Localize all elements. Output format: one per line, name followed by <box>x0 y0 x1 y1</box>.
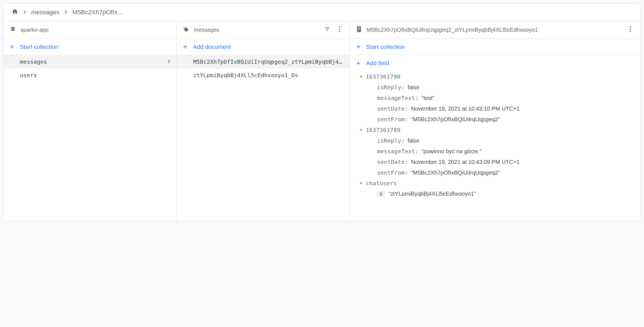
add-field-button[interactable]: + Add field <box>350 55 640 71</box>
chevron-right-icon <box>64 9 67 16</box>
array-index-badge: 0 <box>377 191 385 197</box>
field-array[interactable]: ▼ chatUsers <box>350 178 640 189</box>
field-key: isReply: <box>377 84 405 91</box>
add-document-label: Add document <box>193 44 231 50</box>
plus-icon: + <box>10 42 14 51</box>
svg-rect-5 <box>358 30 359 30</box>
chevron-right-icon <box>23 9 26 16</box>
field-value: "ztYLpmiByqbBj4XLl5cEdhxooyo1" <box>388 191 476 197</box>
field-value: "test" <box>421 95 434 101</box>
field-row[interactable]: messageText: "powinno być na górze " <box>350 146 640 157</box>
field-array-item[interactable]: 0 "ztYLpmiByqbBj4XLl5cEdhxooyo1" <box>350 189 640 199</box>
field-row[interactable]: messageText: "test" <box>350 93 640 103</box>
breadcrumb: messages M5Bc2Xh7pOfIx… <box>4 4 640 21</box>
document-icon <box>356 26 362 34</box>
add-document-button[interactable]: + Add document <box>177 39 350 55</box>
field-row[interactable]: sentDate: November 19, 2021 at 10:43:10 … <box>350 103 640 114</box>
field-value: false <box>408 84 419 91</box>
plus-icon: + <box>356 59 360 68</box>
doc-start-collection-button[interactable]: + Start collection <box>350 39 640 55</box>
svg-rect-4 <box>358 29 360 29</box>
collection-icon <box>183 26 189 34</box>
field-value: "M5Bc2Xh7pOfIxBQiUiIrqUqpgeq2" <box>411 170 500 176</box>
field-key: sentFrom: <box>377 116 408 123</box>
field-map[interactable]: ▼ 1637361790 <box>350 71 640 82</box>
collection-row-label: messages <box>20 58 168 65</box>
field-map-key: 1637361790 <box>366 73 400 80</box>
collection-row-messages[interactable]: messages <box>4 55 177 68</box>
svg-rect-3 <box>358 28 360 28</box>
field-key: messageText: <box>377 95 419 101</box>
field-value: "powinno być na górze " <box>421 148 482 155</box>
field-value: "M5Bc2Xh7pOfIxBQiUiIrqUqpgeq2" <box>411 116 500 123</box>
root-header: sparko-app <box>4 21 177 39</box>
svg-point-7 <box>630 29 631 30</box>
field-key: isReply: <box>377 137 405 144</box>
svg-point-8 <box>630 31 631 32</box>
field-row[interactable]: sentFrom: "M5Bc2Xh7pOfIxBQiUiIrqUqpgeq2" <box>350 114 640 125</box>
breadcrumb-item[interactable]: messages <box>31 9 59 16</box>
document-title: M5Bc2Xh7pOfIxBQiUiIrqUqpgeq2_ztYLpmiByqb… <box>366 27 622 33</box>
field-row[interactable]: sentFrom: "M5Bc2Xh7pOfIxBQiUiIrqUqpgeq2" <box>350 167 640 178</box>
field-map-key: 1637361789 <box>366 127 400 133</box>
chevron-right-icon <box>168 58 170 65</box>
field-value: November 19, 2021 at 10:43:10 PM UTC+1 <box>411 106 519 112</box>
document-header: M5Bc2Xh7pOfIxBQiUiIrqUqpgeq2_ztYLpmiByqb… <box>350 21 640 39</box>
collection-title: messages <box>194 27 319 33</box>
field-key: messageText: <box>377 148 419 155</box>
field-value: November 19, 2021 at 10:43:09 PM UTC+1 <box>411 159 519 165</box>
document-row[interactable]: M5Bc2Xh7pOfIxBQiUiIrqUqpgeq2_ztYLpmiByqb… <box>177 55 350 68</box>
start-collection-label: Start collection <box>20 44 58 50</box>
caret-down-icon[interactable]: ▼ <box>356 181 366 185</box>
collection-row-label: users <box>20 72 170 79</box>
svg-point-1 <box>339 29 340 30</box>
home-icon[interactable] <box>12 8 18 17</box>
start-collection-button[interactable]: + Start collection <box>4 39 177 55</box>
firestore-stack-icon <box>10 26 16 34</box>
field-map[interactable]: ▼ 1637361789 <box>350 125 640 135</box>
plus-icon: + <box>356 42 360 51</box>
filter-icon[interactable] <box>323 26 331 34</box>
svg-point-2 <box>339 31 340 32</box>
caret-down-icon[interactable]: ▼ <box>356 128 366 132</box>
document-row-label: ztYLpmiByqbBj4XLl5cEdhxooyo1_Ds <box>193 72 344 79</box>
collection-header: messages <box>177 21 350 39</box>
field-value: false <box>408 138 419 144</box>
breadcrumb-item[interactable]: M5Bc2Xh7pOfIx… <box>72 9 123 16</box>
field-row[interactable]: isReply: false <box>350 82 640 93</box>
plus-icon: + <box>183 42 187 51</box>
field-key: sentFrom: <box>377 169 408 176</box>
more-vert-icon[interactable] <box>626 26 634 34</box>
document-row-label: M5Bc2Xh7pOfIxBQiUiIrqUqpgeq2_ztYLpmiByqb… <box>193 58 344 65</box>
svg-point-6 <box>630 26 631 28</box>
field-row[interactable]: sentDate: November 19, 2021 at 10:43:09 … <box>350 157 640 167</box>
caret-down-icon[interactable]: ▼ <box>356 75 366 79</box>
add-field-label: Add field <box>366 60 389 67</box>
more-vert-icon[interactable] <box>336 26 344 34</box>
field-array-key: chatUsers <box>366 180 397 187</box>
doc-start-collection-label: Start collection <box>366 44 405 50</box>
field-key: sentDate: <box>377 105 408 112</box>
svg-point-0 <box>339 26 340 28</box>
field-row[interactable]: isReply: false <box>350 135 640 146</box>
collection-row-users[interactable]: users <box>4 68 177 82</box>
document-row[interactable]: ztYLpmiByqbBj4XLl5cEdhxooyo1_Ds <box>177 68 350 82</box>
field-key: sentDate: <box>377 159 408 165</box>
root-title: sparko-app <box>21 27 170 33</box>
